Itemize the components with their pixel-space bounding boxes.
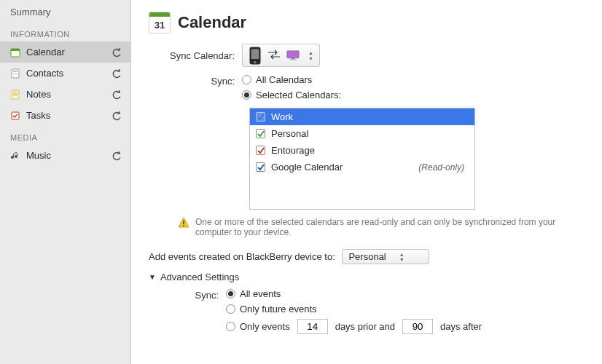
- checkbox-icon[interactable]: [256, 129, 265, 138]
- sync-icon[interactable]: [112, 111, 122, 121]
- sidebar-item-label: Music: [26, 150, 51, 161]
- warning-text: One or more of the selected calendars ar…: [195, 217, 585, 237]
- svg-rect-5: [13, 74, 17, 75]
- sync-icon[interactable]: [112, 68, 122, 79]
- radio-label: All events: [240, 288, 281, 299]
- sidebar-item-contacts[interactable]: Contacts: [0, 63, 130, 84]
- radio-all-events[interactable]: All events: [226, 288, 482, 299]
- radio-label-mid: days prior and: [335, 321, 395, 332]
- tasks-icon: [10, 111, 20, 121]
- readonly-note: (Read-only): [418, 162, 469, 173]
- sync-scope-label: Sync:: [149, 74, 242, 87]
- device-icon: [249, 47, 262, 63]
- main-pane: 31 Calendar Sync Calendar: ▲▼: [131, 0, 602, 364]
- music-icon: [10, 151, 20, 161]
- sidebar-section-information: INFORMATION: [0, 23, 130, 41]
- advanced-sync-label: Sync:: [149, 288, 226, 301]
- sidebar-item-label: Summary: [10, 7, 51, 17]
- days-after-input[interactable]: [402, 319, 433, 334]
- sidebar-item-music[interactable]: Music: [0, 145, 130, 166]
- radio-icon: [242, 90, 251, 100]
- radio-label: Only future events: [240, 304, 317, 314]
- checkbox-icon[interactable]: [256, 162, 265, 172]
- calendar-list[interactable]: Work Personal Entourage Google Calendar …: [249, 108, 475, 210]
- calendar-icon-day: 31: [149, 17, 170, 33]
- radio-selected-calendars[interactable]: Selected Calendars:: [242, 90, 341, 100]
- sync-calendar-label: Sync Calendar:: [149, 50, 242, 61]
- calendar-row-google[interactable]: Google Calendar (Read-only): [250, 159, 474, 175]
- calendar-name: Personal: [271, 128, 469, 139]
- calendar-icon: [10, 47, 20, 58]
- contacts-icon: [10, 68, 20, 79]
- sync-icon[interactable]: [112, 151, 122, 161]
- calendar-row-entourage[interactable]: Entourage: [250, 142, 474, 159]
- sidebar-item-calendar[interactable]: Calendar: [0, 41, 130, 63]
- sidebar-item-summary[interactable]: Summary: [0, 1, 130, 23]
- radio-label: All Calendars: [256, 74, 312, 85]
- svg-rect-12: [251, 49, 259, 59]
- svg-rect-3: [13, 71, 17, 72]
- svg-rect-1: [11, 49, 20, 51]
- stepper-icon[interactable]: ▲▼: [308, 50, 313, 61]
- sync-icon[interactable]: [112, 90, 122, 100]
- computer-icon: [286, 47, 300, 63]
- svg-rect-6: [12, 90, 19, 99]
- radio-range-events[interactable]: Only events days prior and days after: [226, 319, 482, 334]
- svg-rect-15: [292, 58, 295, 59]
- svg-rect-18: [183, 225, 184, 226]
- calendar-name: Google Calendar: [271, 162, 413, 173]
- svg-rect-4: [13, 73, 17, 74]
- radio-label-suffix: days after: [440, 321, 482, 332]
- page-title: Calendar: [178, 13, 246, 32]
- select-value: Personal: [348, 251, 386, 262]
- stepper-icon: ▲▼: [399, 252, 404, 262]
- svg-rect-16: [289, 59, 297, 60]
- sidebar-item-notes[interactable]: Notes: [0, 84, 130, 105]
- radio-icon: [226, 322, 235, 331]
- checkbox-icon[interactable]: [256, 112, 265, 122]
- calendar-large-icon: 31: [149, 12, 171, 33]
- svg-point-13: [254, 61, 257, 63]
- bidirectional-arrows-icon: [267, 50, 281, 61]
- sidebar-item-label: Calendar: [26, 47, 65, 58]
- warning-icon: [178, 217, 189, 229]
- sidebar-item-label: Notes: [26, 89, 51, 100]
- advanced-settings-header[interactable]: ▼ Advanced Settings: [149, 272, 585, 282]
- add-events-label: Add events created on BlackBerry device …: [149, 251, 335, 262]
- sidebar-section-media: MEDIA: [0, 126, 130, 145]
- sidebar: Summary INFORMATION Calendar Contacts: [0, 0, 131, 364]
- checkbox-icon[interactable]: [256, 146, 265, 155]
- radio-label-prefix: Only events: [240, 321, 290, 332]
- disclosure-triangle-icon: ▼: [149, 273, 156, 281]
- calendar-row-personal[interactable]: Personal: [250, 125, 474, 142]
- readonly-warning: One or more of the selected calendars ar…: [178, 217, 585, 237]
- calendar-name: Entourage: [271, 145, 469, 156]
- calendar-name: Work: [271, 111, 469, 122]
- sidebar-item-label: Tasks: [26, 110, 50, 121]
- svg-rect-14: [287, 50, 299, 58]
- sync-direction-selector[interactable]: ▲▼: [242, 44, 320, 67]
- advanced-settings-label: Advanced Settings: [160, 272, 239, 282]
- radio-icon: [226, 304, 235, 314]
- svg-rect-17: [183, 221, 184, 224]
- radio-label: Selected Calendars:: [256, 90, 341, 100]
- sync-icon[interactable]: [112, 47, 122, 58]
- radio-all-calendars[interactable]: All Calendars: [242, 74, 341, 85]
- days-prior-input[interactable]: [297, 319, 328, 334]
- radio-icon: [242, 75, 251, 84]
- add-events-select[interactable]: Personal ▲▼: [342, 249, 429, 264]
- calendar-row-work[interactable]: Work: [250, 108, 474, 125]
- notes-icon: [10, 90, 20, 100]
- sidebar-item-tasks[interactable]: Tasks: [0, 105, 130, 126]
- radio-icon: [226, 289, 235, 298]
- sidebar-item-label: Contacts: [26, 68, 63, 79]
- radio-future-events[interactable]: Only future events: [226, 304, 482, 314]
